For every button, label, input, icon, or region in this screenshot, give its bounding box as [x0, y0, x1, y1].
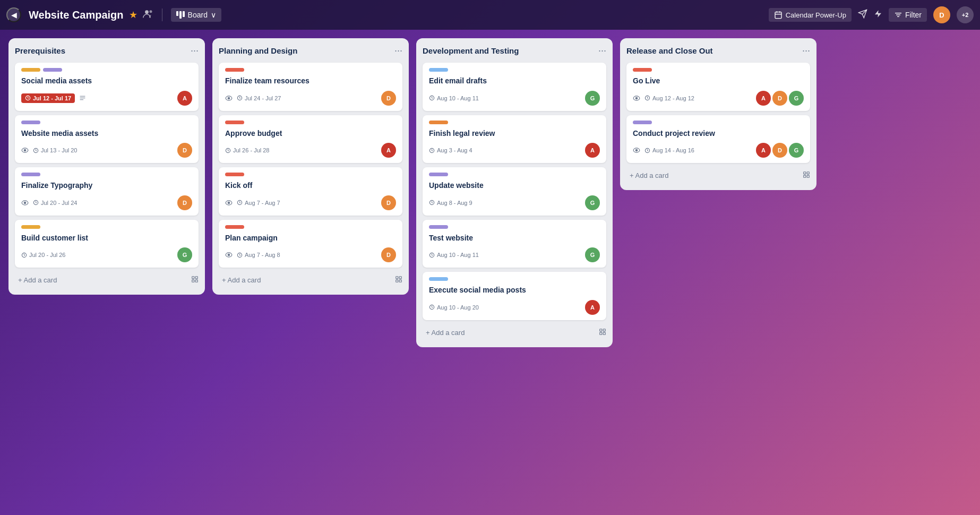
card-plan-campaign[interactable]: Plan campaign Aug 7 - Aug 8D	[219, 220, 402, 268]
card-tag	[633, 68, 652, 72]
svg-rect-88	[804, 175, 806, 177]
card-template-icon[interactable]	[191, 276, 199, 285]
card-avatar[interactable]: G	[177, 247, 192, 262]
svg-rect-87	[807, 172, 809, 174]
add-card-row: + Add a card	[219, 272, 402, 288]
card-execute-social-media-posts[interactable]: Execute social media posts Aug 10 - Aug …	[423, 272, 606, 320]
eye-icon[interactable]	[21, 146, 29, 154]
lines-icon	[79, 94, 86, 102]
card-title: Website media assets	[21, 128, 192, 139]
card-title: Plan campaign	[225, 233, 396, 244]
eye-icon[interactable]	[225, 199, 233, 207]
card-date: Aug 14 - Aug 16	[644, 147, 694, 153]
card-update-website[interactable]: Update website Aug 8 - Aug 9G	[423, 167, 606, 216]
card-avatar[interactable]: A	[177, 91, 192, 106]
add-card-button[interactable]: + Add a card	[626, 167, 803, 184]
card-tags	[429, 225, 600, 233]
card-footer: Jul 24 - Jul 27D	[225, 91, 396, 106]
svg-rect-73	[603, 329, 605, 331]
add-card-button[interactable]: + Add a card	[15, 272, 191, 288]
card-avatar[interactable]: D	[381, 91, 396, 106]
eye-icon[interactable]	[633, 146, 640, 154]
card-finalize-typography[interactable]: Finalize Typography Jul 20 - Jul 24D	[15, 167, 199, 216]
card-edit-email-drafts[interactable]: Edit email drafts Aug 10 - Aug 11G	[423, 63, 606, 111]
extra-members-avatar[interactable]: +2	[957, 6, 974, 23]
board-view-button[interactable]: Board ∨	[171, 8, 221, 22]
card-avatar[interactable]: A	[381, 143, 396, 158]
column-menu-button[interactable]: ···	[394, 46, 402, 55]
svg-line-68	[432, 255, 433, 255]
card-template-icon[interactable]	[803, 171, 810, 180]
card-avatar[interactable]: G	[585, 91, 600, 106]
lightning-icon[interactable]	[874, 9, 882, 21]
card-avatar[interactable]: D	[381, 247, 396, 262]
card-date: Jul 13 - Jul 20	[33, 147, 77, 153]
date-badge: Jul 12 - Jul 17	[21, 93, 75, 103]
eye-icon[interactable]	[633, 94, 640, 102]
card-template-icon[interactable]	[395, 276, 402, 285]
column-header: Development and Testing ···	[423, 45, 606, 58]
card-tags	[225, 121, 396, 128]
column-menu-button[interactable]: ···	[802, 46, 810, 55]
card-template-icon[interactable]	[599, 328, 606, 337]
card-test-website[interactable]: Test website Aug 10 - Aug 11G	[423, 220, 606, 268]
card-date: Aug 7 - Aug 7	[237, 200, 280, 206]
card-avatar[interactable]: D	[772, 91, 787, 106]
card-avatar[interactable]: G	[789, 91, 804, 106]
eye-icon[interactable]	[225, 94, 233, 102]
svg-point-1	[149, 10, 152, 13]
column-menu-button[interactable]: ···	[191, 46, 199, 55]
card-approve-budget[interactable]: Approve budget Jul 26 - Jul 28A	[219, 115, 402, 164]
star-icon[interactable]: ★	[129, 9, 137, 21]
card-avatars: D	[177, 195, 192, 210]
eye-icon[interactable]	[225, 251, 233, 259]
card-conduct-project-review[interactable]: Conduct project review Aug 14 - Aug 16AD…	[626, 115, 810, 164]
card-avatars: D	[381, 195, 396, 210]
card-title: Kick off	[225, 181, 396, 191]
card-tags	[633, 68, 804, 76]
column-menu-button[interactable]: ···	[598, 46, 606, 55]
card-tags	[225, 173, 396, 181]
user-avatar[interactable]: D	[933, 6, 950, 23]
card-tag	[225, 68, 244, 72]
filter-button[interactable]: Filter	[889, 8, 927, 22]
svg-rect-89	[807, 175, 809, 177]
card-avatar[interactable]: D	[772, 143, 787, 158]
card-footer: Jul 13 - Jul 20D	[21, 143, 192, 158]
card-tag	[43, 68, 62, 72]
card-avatar[interactable]: A	[585, 143, 600, 158]
card-avatar[interactable]: D	[177, 195, 192, 210]
card-avatar[interactable]: G	[585, 195, 600, 210]
card-finish-legal-review[interactable]: Finish legal review Aug 3 - Aug 4A	[423, 115, 606, 164]
card-avatar[interactable]: G	[789, 143, 804, 158]
card-avatar[interactable]: D	[381, 195, 396, 210]
card-date: Jul 24 - Jul 27	[237, 95, 281, 101]
card-title: Social media assets	[21, 76, 192, 87]
card-avatar[interactable]: A	[756, 143, 771, 158]
card-go-live[interactable]: Go Live Aug 12 - Aug 12ADG	[626, 63, 810, 111]
card-kick-off[interactable]: Kick off Aug 7 - Aug 7D	[219, 167, 402, 216]
card-social-media-assets[interactable]: Social media assets Jul 12 - Jul 17A	[15, 63, 199, 111]
card-avatar[interactable]: A	[585, 300, 600, 315]
card-footer: Aug 7 - Aug 8D	[225, 247, 396, 262]
card-website-media-assets[interactable]: Website media assets Jul 13 - Jul 20D	[15, 115, 199, 164]
eye-icon[interactable]	[21, 199, 29, 207]
card-date: Aug 10 - Aug 11	[429, 252, 479, 258]
calendar-powerup-btn[interactable]: Calendar Power-Up	[769, 8, 852, 22]
svg-point-24	[24, 202, 26, 204]
card-avatar[interactable]: A	[756, 91, 771, 106]
add-card-button[interactable]: + Add a card	[219, 272, 395, 288]
members-icon[interactable]	[143, 9, 153, 21]
card-finalize-team-resources[interactable]: Finalize team resources Jul 24 - Jul 27D	[219, 63, 402, 111]
add-card-row: + Add a card	[423, 324, 606, 341]
card-avatar[interactable]: D	[177, 143, 192, 158]
nav-right: Calendar Power-Up Filter D +2	[769, 6, 974, 23]
card-meta: Aug 10 - Aug 20	[429, 304, 479, 311]
share-icon[interactable]	[858, 9, 867, 21]
card-avatar[interactable]: G	[585, 247, 600, 262]
column-title: Prerequisites	[15, 46, 65, 55]
card-date: Aug 10 - Aug 20	[429, 304, 479, 311]
card-build-customer-list[interactable]: Build customer list Jul 20 - Jul 26G	[15, 220, 199, 268]
sidebar-toggle[interactable]: ◀	[6, 7, 21, 22]
add-card-button[interactable]: + Add a card	[423, 324, 599, 341]
